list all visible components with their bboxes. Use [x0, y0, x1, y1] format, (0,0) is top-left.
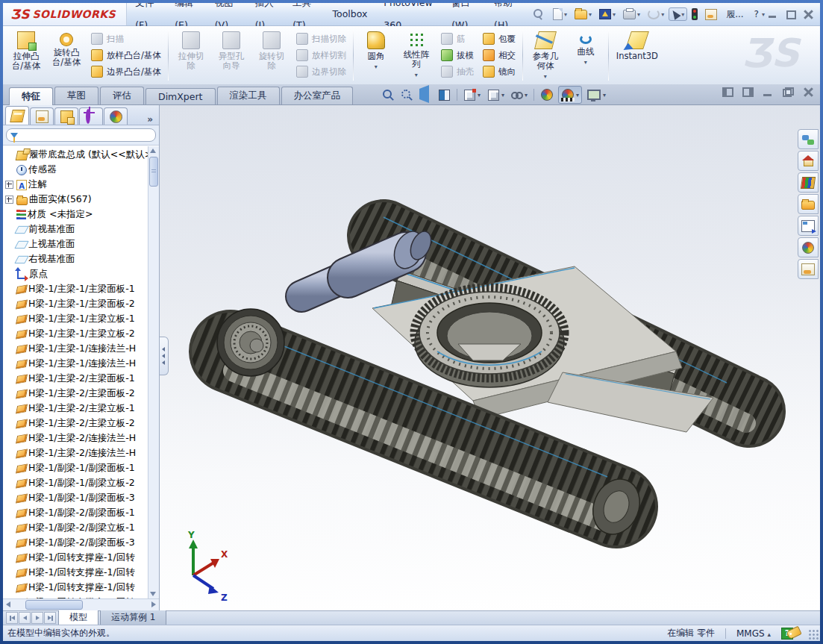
- menu-item[interactable]: Toolbox: [324, 3, 375, 25]
- make-drawing-button[interactable]: ▾: [596, 7, 619, 22]
- chevron-down-icon[interactable]: ▾: [544, 72, 547, 81]
- history-button[interactable]: 履...: [722, 6, 748, 23]
- swept-cut-button[interactable]: 扫描切除: [294, 32, 348, 46]
- tree-item[interactable]: H梁-1/副梁-1/副梁立板-2: [3, 475, 148, 490]
- chevron-down-icon[interactable]: ▾: [762, 11, 765, 18]
- minimize-button[interactable]: [768, 10, 778, 19]
- tree-item[interactable]: H梁-1/回转支撑座-1/回转: [3, 550, 148, 565]
- rebuild-button[interactable]: [689, 6, 701, 22]
- command-tab[interactable]: 办公室产品: [281, 87, 354, 104]
- scroll-down-arrow[interactable]: [150, 592, 156, 596]
- select-tool-button[interactable]: ▾: [669, 7, 687, 21]
- loft-boss-button[interactable]: 放样凸台/基体: [89, 49, 163, 62]
- tree-item[interactable]: H梁-1/副梁-2/副梁面板-1: [3, 505, 148, 520]
- instant3d-button[interactable]: Instant3D: [611, 27, 663, 84]
- search-icon[interactable]: [533, 8, 542, 20]
- view-palette-button[interactable]: [798, 216, 819, 236]
- tree-item[interactable]: H梁-1/主梁-2/主梁立板-1: [3, 401, 148, 416]
- mirror-button[interactable]: 镜向: [481, 65, 518, 78]
- section-view-button[interactable]: [436, 87, 453, 103]
- expand-toggle[interactable]: [5, 196, 13, 204]
- draft-button[interactable]: 拔模: [439, 49, 476, 62]
- tab-propertymanager[interactable]: [30, 107, 54, 125]
- appearances-scenes-button[interactable]: [798, 237, 819, 257]
- tree-item[interactable]: H梁-1/副梁-1/副梁面板-3: [3, 490, 148, 505]
- scrollbar-thumb[interactable]: [149, 157, 158, 187]
- window-resize-grip[interactable]: [808, 629, 819, 640]
- tab-dimxpertmanager[interactable]: [79, 107, 103, 125]
- tree-horizontal-scrollbar[interactable]: [3, 598, 159, 610]
- command-tab[interactable]: 草图: [54, 87, 98, 104]
- command-tab[interactable]: 渲染工具: [217, 87, 280, 104]
- tab-featuremanager[interactable]: [5, 106, 29, 125]
- command-tab[interactable]: 评估: [100, 87, 144, 104]
- command-tab[interactable]: DimXpert: [145, 88, 216, 104]
- tree-item[interactable]: H梁-1/主梁-1/主梁面板-2: [3, 296, 148, 311]
- first-tab-button[interactable]: [6, 612, 18, 624]
- chevron-down-icon[interactable]: ▾: [613, 11, 616, 18]
- extruded-cut-button[interactable]: 拉伸切除: [171, 27, 211, 84]
- zoom-to-area-button[interactable]: [398, 87, 415, 102]
- document-restore-button[interactable]: [783, 87, 794, 97]
- design-library-button[interactable]: [798, 172, 819, 193]
- tree-item[interactable]: 曲面实体(567): [3, 192, 148, 207]
- print-button[interactable]: ▾: [620, 7, 643, 22]
- tab-configurationmanager[interactable]: [54, 107, 78, 125]
- tree-item[interactable]: H梁-1/副梁-2/副梁面板-3: [3, 535, 148, 550]
- viewport-3d-model[interactable]: Y X Z: [160, 105, 820, 610]
- tree-vertical-scrollbar[interactable]: [148, 146, 159, 598]
- chevron-down-icon[interactable]: ▾: [681, 11, 684, 18]
- open-document-button[interactable]: ▾: [572, 7, 595, 22]
- document-close-button[interactable]: [803, 87, 814, 97]
- command-tab[interactable]: 特征: [9, 87, 53, 105]
- tree-filter-box[interactable]: [6, 128, 156, 142]
- scroll-left-arrow[interactable]: [6, 601, 10, 607]
- chevron-down-icon[interactable]: ▾: [478, 92, 481, 99]
- next-tab-button[interactable]: [31, 612, 43, 624]
- chevron-down-icon[interactable]: ▾: [603, 92, 606, 99]
- intersect-button[interactable]: 相交: [481, 49, 518, 62]
- tree-item[interactable]: H梁-1/主梁-2/主梁面板-2: [3, 386, 148, 401]
- new-document-button[interactable]: ▾: [550, 6, 570, 22]
- tree-item[interactable]: H梁-1/副梁-2/副梁立板-1: [3, 520, 148, 535]
- tree-item[interactable]: H梁-1/主梁-1/主梁立板-2: [3, 326, 148, 341]
- tree-item[interactable]: 右视基准面: [3, 251, 148, 266]
- fillet-button[interactable]: 圆角 ▾: [356, 27, 396, 84]
- chevron-down-icon[interactable]: ▾: [501, 92, 504, 99]
- undo-button[interactable]: ▾: [645, 7, 667, 22]
- boundary-boss-button[interactable]: 边界凸台/基体: [89, 65, 163, 78]
- help-button[interactable]: ?▾: [750, 7, 768, 22]
- chevron-down-icon[interactable]: ▾: [576, 92, 579, 99]
- view-settings-button[interactable]: ▾: [584, 87, 608, 103]
- tree-item[interactable]: H梁-1/主梁-1/连接法兰-H: [3, 341, 148, 356]
- scroll-right-arrow[interactable]: [151, 601, 156, 607]
- display-style-button[interactable]: ▾: [485, 87, 507, 103]
- panel-tabs-overflow-button[interactable]: »: [141, 114, 159, 125]
- collapse-right-pane-button[interactable]: [742, 87, 754, 97]
- tree-item[interactable]: H梁-1/主梁-1/主梁立板-1: [3, 311, 148, 326]
- shell-button[interactable]: 抽壳: [439, 65, 476, 78]
- previous-tab-button[interactable]: [19, 612, 31, 624]
- tree-item[interactable]: H梁-1/主梁-2/主梁立板-2: [3, 416, 148, 431]
- document-minimize-button[interactable]: [763, 87, 774, 97]
- edit-appearance-button[interactable]: [538, 87, 556, 103]
- tab-displaymanager[interactable]: [104, 107, 128, 125]
- tree-item[interactable]: H梁-1/回转支撑座-1/回转: [3, 580, 148, 595]
- tree-item[interactable]: H梁-1/副梁-1/副梁面板-1: [3, 460, 148, 475]
- apply-scene-button[interactable]: ▾: [558, 86, 582, 104]
- panel-splitter-handle[interactable]: [160, 337, 169, 375]
- tree-item[interactable]: H梁-1/主梁-2/连接法兰-H: [3, 431, 148, 446]
- chevron-down-icon[interactable]: ▾: [584, 57, 587, 67]
- custom-properties-button[interactable]: [798, 259, 819, 279]
- chevron-down-icon[interactable]: ▾: [589, 11, 592, 18]
- tree-item[interactable]: 材质 <未指定>: [3, 207, 148, 222]
- reference-geometry-button[interactable]: 参考几何体 ▾: [525, 27, 566, 84]
- hide-show-items-button[interactable]: ▾: [509, 87, 530, 102]
- hole-wizard-button[interactable]: 异型孔向导: [211, 27, 251, 84]
- idler-wheel[interactable]: [217, 309, 284, 376]
- expand-toggle[interactable]: [5, 181, 13, 189]
- sweep-button[interactable]: 扫描: [89, 32, 163, 46]
- wrap-button[interactable]: 包覆: [481, 32, 518, 46]
- tree-item[interactable]: 注解: [3, 177, 148, 192]
- scroll-up-arrow[interactable]: [150, 149, 156, 153]
